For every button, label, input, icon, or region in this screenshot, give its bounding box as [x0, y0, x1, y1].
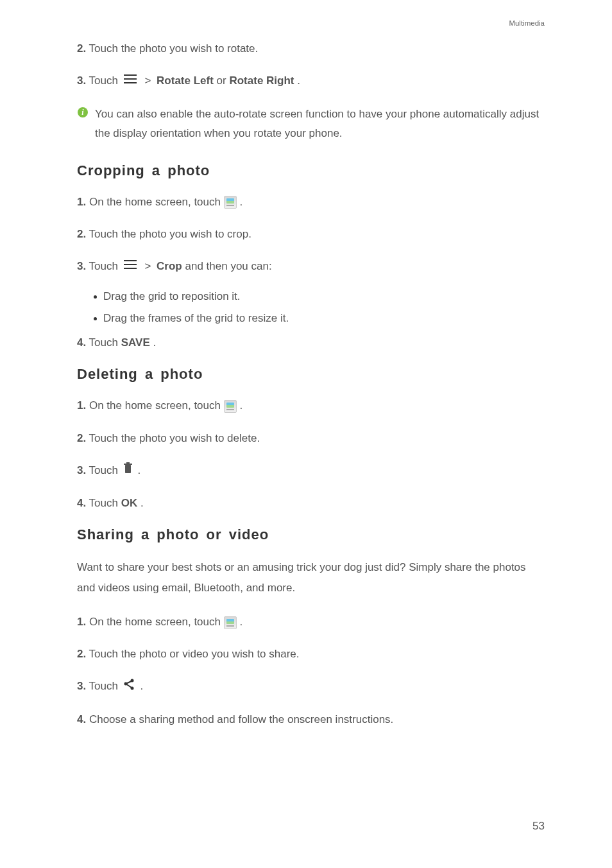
deleting-heading: Deleting a photo — [77, 366, 545, 383]
crop-label: Crop — [157, 260, 182, 272]
period: . — [153, 336, 156, 349]
gt-symbol: > — [144, 260, 154, 272]
svg-point-12 — [124, 682, 127, 685]
step-text-prefix: On the home screen, touch — [89, 399, 224, 412]
step-text: Choose a sharing method and follow the o… — [89, 713, 393, 725]
step-text: Touch the photo you wish to crop. — [89, 228, 251, 240]
step-number: 3. — [77, 680, 86, 692]
ok-label: OK — [121, 497, 138, 509]
sharing-intro: Want to share your best shots or an amus… — [77, 557, 545, 598]
step-number: 3. — [77, 260, 86, 272]
cropping-bullet-1: Drag the grid to reposition it. — [94, 290, 545, 303]
period: . — [140, 497, 144, 509]
step-text-prefix: Touch — [89, 464, 121, 476]
step-number: 1. — [77, 196, 86, 208]
svg-point-11 — [130, 679, 133, 682]
sharing-step-2: 2. Touch the photo or video you wish to … — [77, 645, 545, 663]
bullet-text: Drag the frames of the grid to resize it… — [103, 312, 289, 325]
svg-rect-10 — [126, 462, 130, 464]
step-text: Touch the photo or video you wish to sha… — [89, 648, 300, 660]
sharing-step-3: 3. Touch . — [77, 677, 545, 696]
step-number: 2. — [77, 432, 86, 444]
menu-icon — [123, 258, 137, 275]
menu-icon — [123, 73, 137, 90]
svg-rect-9 — [124, 464, 132, 465]
step-text: Touch the photo you wish to delete. — [89, 432, 260, 444]
sharing-step-1: 1. On the home screen, touch . — [77, 613, 545, 630]
trash-icon — [123, 462, 133, 480]
step-text-suffix: . — [239, 196, 242, 208]
step-number: 1. — [77, 616, 86, 628]
step-number: 4. — [77, 713, 86, 725]
step-text-suffix: and then you can: — [185, 260, 272, 272]
bullet-text: Drag the grid to reposition it. — [103, 290, 241, 303]
step-text-prefix: Touch — [89, 680, 121, 692]
rotate-right-label: Rotate Right — [229, 74, 294, 87]
gallery-icon — [224, 196, 237, 209]
step-number: 1. — [77, 399, 86, 412]
cropping-step-4: 4. Touch SAVE . — [77, 334, 545, 351]
gt-symbol: > — [144, 74, 154, 87]
step-number: 2. — [77, 648, 86, 660]
svg-point-13 — [130, 686, 133, 690]
gallery-icon — [224, 400, 237, 413]
step-text-prefix: Touch — [89, 497, 121, 509]
rotate-left-label: Rotate Left — [157, 74, 214, 87]
rotate-step-3: 3. Touch > Rotate Left or Rotate Right . — [77, 72, 545, 90]
cropping-heading: Cropping a photo — [77, 162, 545, 179]
note-block: i You can also enable the auto-rotate sc… — [77, 105, 545, 143]
step-text-prefix: Touch — [89, 336, 121, 349]
step-text: Touch the photo you wish to rotate. — [89, 42, 259, 55]
step-number: 4. — [77, 336, 86, 349]
gallery-icon — [224, 616, 237, 629]
or-text: or — [217, 74, 230, 87]
step-text-prefix: Touch — [89, 74, 121, 87]
cropping-step-3: 3. Touch > Crop and then you can: — [77, 257, 545, 275]
sharing-step-4: 4. Choose a sharing method and follow th… — [77, 711, 545, 728]
info-icon: i — [77, 107, 89, 118]
svg-rect-8 — [125, 465, 131, 473]
step-number: 4. — [77, 497, 86, 509]
step-text-suffix: . — [137, 464, 140, 476]
step-number: 3. — [77, 74, 86, 87]
cropping-step-2: 2. Touch the photo you wish to crop. — [77, 225, 545, 243]
step-number: 2. — [77, 228, 86, 240]
step-text-prefix: Touch — [89, 260, 121, 272]
step-text-suffix: . — [239, 399, 242, 412]
deleting-step-2: 2. Touch the photo you wish to delete. — [77, 430, 545, 447]
step-text-prefix: On the home screen, touch — [89, 616, 224, 628]
cropping-bullet-2: Drag the frames of the grid to resize it… — [94, 312, 545, 325]
deleting-step-4: 4. Touch OK . — [77, 494, 545, 512]
save-label: SAVE — [121, 336, 150, 349]
step-text-suffix: . — [239, 616, 242, 628]
rotate-step-2: 2. Touch the photo you wish to rotate. — [77, 40, 545, 57]
page-number: 53 — [532, 820, 545, 833]
cropping-step-1: 1. On the home screen, touch . — [77, 193, 545, 211]
bullet-dot-icon — [94, 295, 97, 299]
step-number: 2. — [77, 42, 86, 55]
header-breadcrumb: Multimedia — [77, 19, 545, 27]
deleting-step-3: 3. Touch . — [77, 462, 545, 480]
step-text-prefix: On the home screen, touch — [89, 196, 224, 208]
sharing-heading: Sharing a photo or video — [77, 526, 545, 543]
bullet-dot-icon — [94, 317, 97, 320]
note-text: You can also enable the auto-rotate scre… — [95, 105, 545, 143]
step-text-suffix: . — [140, 680, 143, 692]
share-icon — [123, 678, 135, 696]
step-number: 3. — [77, 464, 86, 476]
deleting-step-1: 1. On the home screen, touch . — [77, 397, 545, 414]
period: . — [297, 74, 300, 87]
